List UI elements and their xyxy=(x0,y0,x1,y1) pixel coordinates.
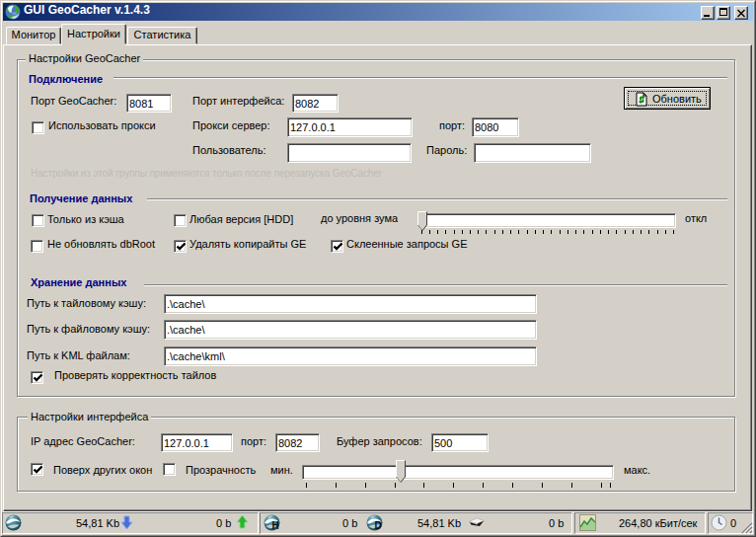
svg-text:D: D xyxy=(375,520,382,531)
svg-text:H: H xyxy=(272,520,279,531)
